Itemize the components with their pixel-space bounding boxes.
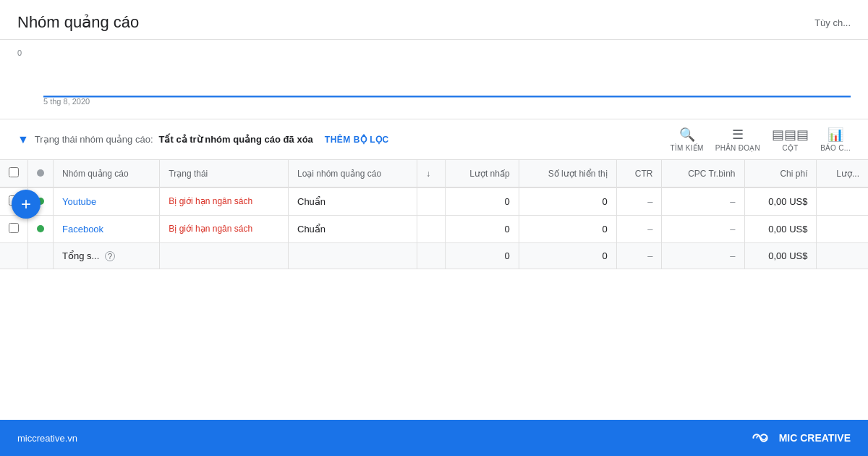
footer-impressions-cell: 0 bbox=[519, 243, 616, 269]
row2-checkbox[interactable] bbox=[9, 223, 19, 233]
filter-label: Trạng thái nhóm quảng cáo: bbox=[35, 134, 153, 145]
row2-cpc-cell: – bbox=[662, 216, 744, 243]
row2-name-cell: Facebook bbox=[54, 216, 160, 243]
segment-label: PHÂN ĐOẠN bbox=[715, 144, 760, 152]
footer-help-icon[interactable]: ? bbox=[105, 251, 115, 261]
row2-status-cell: Bị giới hạn ngân sách bbox=[160, 216, 289, 243]
table-header: Nhóm quảng cáo Trạng thái Loại nhóm quản… bbox=[0, 160, 868, 187]
search-label: TÌM KIẾM bbox=[670, 144, 703, 152]
table-row: Youtube Bị giới hạn ngân sách Chuẩn 0 0 … bbox=[0, 187, 868, 216]
search-icon: 🔍 bbox=[679, 127, 695, 143]
footer-ctr: – bbox=[647, 250, 652, 261]
row1-type-cell: Chuẩn bbox=[289, 187, 417, 216]
footer-label: Tổng s... bbox=[62, 250, 99, 261]
row1-impressions-cell: 0 bbox=[519, 187, 616, 216]
fab-add-button[interactable]: + bbox=[12, 190, 41, 219]
footer-dot-cell bbox=[28, 243, 54, 269]
footer-luc-cell bbox=[817, 243, 868, 269]
footer-type-cell bbox=[289, 243, 417, 269]
row1-cost-cell: 0,00 US$ bbox=[744, 187, 817, 216]
footer-brand-name: MIC CREATIVE bbox=[779, 432, 851, 444]
col-status: Trạng thái bbox=[160, 160, 289, 187]
col-checkbox[interactable] bbox=[0, 160, 28, 187]
footer-clicks-cell: 0 bbox=[446, 243, 519, 269]
row2-type-text: Chuẩn bbox=[297, 224, 326, 235]
row1-cpc-cell: – bbox=[662, 187, 744, 216]
footer-status-cell bbox=[160, 243, 289, 269]
select-all-checkbox[interactable] bbox=[9, 167, 19, 177]
row1-type-text: Chuẩn bbox=[297, 196, 326, 207]
table-footer-row: Tổng s... ? 0 0 – – 0,00 US$ bbox=[0, 243, 868, 269]
row1-cost: 0,00 US$ bbox=[768, 196, 807, 207]
filter-icon[interactable]: ▼ bbox=[17, 133, 29, 146]
col-impressions: Số lượt hiển thị bbox=[519, 160, 616, 187]
row1-luc-cell bbox=[817, 187, 868, 216]
row2-dot-cell bbox=[28, 216, 54, 243]
page-title: Nhóm quảng cáo bbox=[17, 13, 139, 32]
footer-ctr-cell: – bbox=[616, 243, 662, 269]
columns-icon: ▤▤▤ bbox=[772, 127, 809, 143]
footer-label-cell: Tổng s... ? bbox=[54, 243, 160, 269]
chart-svg bbox=[43, 54, 851, 105]
row2-status-dot bbox=[37, 225, 44, 232]
row1-clicks: 0 bbox=[504, 196, 509, 207]
footer-cpc: – bbox=[730, 250, 735, 261]
row2-cost: 0,00 US$ bbox=[768, 224, 807, 235]
filter-bar: ▼ Trạng thái nhóm quảng cáo: Tất cả trừ … bbox=[0, 119, 868, 160]
row2-ctr-cell: – bbox=[616, 216, 662, 243]
mic-creative-logo-icon bbox=[749, 431, 772, 445]
row1-ctr-cell: – bbox=[616, 187, 662, 216]
report-icon: 📊 bbox=[827, 127, 843, 143]
row2-sort-cell bbox=[417, 216, 446, 243]
footer-website: miccreative.vn bbox=[17, 433, 77, 444]
page-footer: miccreative.vn MIC CREATIVE bbox=[0, 420, 868, 456]
chart-y-label: 0 bbox=[17, 48, 22, 57]
report-toolbar-item[interactable]: 📊 BÁO C... bbox=[820, 127, 851, 152]
header-dot-icon bbox=[37, 169, 44, 177]
col-luc: Lượ... bbox=[817, 160, 868, 187]
row1-ctr: – bbox=[647, 196, 652, 207]
footer-brand: MIC CREATIVE bbox=[749, 431, 851, 445]
segment-icon: ☰ bbox=[732, 127, 744, 143]
segment-toolbar-item[interactable]: ☰ PHÂN ĐOẠN bbox=[715, 127, 760, 152]
footer-cost: 0,00 US$ bbox=[768, 250, 807, 261]
row2-checkbox-cell[interactable] bbox=[0, 216, 28, 243]
row2-impressions: 0 bbox=[603, 224, 608, 235]
search-toolbar-item[interactable]: 🔍 TÌM KIẾM bbox=[670, 127, 703, 152]
columns-toolbar-item[interactable]: ▤▤▤ CỘT bbox=[772, 127, 809, 152]
page-header: Nhóm quảng cáo Tùy ch... bbox=[0, 0, 868, 40]
row1-status-cell: Bị giới hạn ngân sách bbox=[160, 187, 289, 216]
filter-value: Tất cả trừ nhóm quảng cáo đã xóa bbox=[159, 134, 313, 145]
add-filter-button[interactable]: THÊM BỘ LỌC bbox=[325, 135, 389, 145]
row1-cpc: – bbox=[730, 196, 735, 207]
ad-groups-table: Nhóm quảng cáo Trạng thái Loại nhóm quản… bbox=[0, 160, 868, 269]
footer-cost-cell: 0,00 US$ bbox=[744, 243, 817, 269]
footer-cb-cell bbox=[0, 243, 28, 269]
row2-clicks-cell: 0 bbox=[446, 216, 519, 243]
footer-clicks: 0 bbox=[504, 250, 509, 261]
col-sort[interactable]: ↓ bbox=[417, 160, 446, 187]
col-ctr: CTR bbox=[616, 160, 662, 187]
col-cpc: CPC Tr.bình bbox=[662, 160, 744, 187]
row2-status-text: Bị giới hạn ngân sách bbox=[169, 224, 252, 234]
row1-sort-cell bbox=[417, 187, 446, 216]
row2-name-link[interactable]: Facebook bbox=[62, 224, 103, 235]
filter-right: 🔍 TÌM KIẾM ☰ PHÂN ĐOẠN ▤▤▤ CỘT 📊 BÁO C..… bbox=[670, 127, 851, 152]
row2-type-cell: Chuẩn bbox=[289, 216, 417, 243]
footer-cpc-cell: – bbox=[662, 243, 744, 269]
table-container: Nhóm quảng cáo Trạng thái Loại nhóm quản… bbox=[0, 160, 868, 269]
row2-clicks: 0 bbox=[504, 224, 509, 235]
filter-left: ▼ Trạng thái nhóm quảng cáo: Tất cả trừ … bbox=[17, 133, 389, 146]
col-type: Loại nhóm quảng cáo bbox=[289, 160, 417, 187]
row1-status-text: Bị giới hạn ngân sách bbox=[169, 196, 252, 206]
col-dot bbox=[28, 160, 54, 187]
row2-cost-cell: 0,00 US$ bbox=[744, 216, 817, 243]
row1-name-link[interactable]: Youtube bbox=[62, 196, 96, 207]
table-header-row: Nhóm quảng cáo Trạng thái Loại nhóm quản… bbox=[0, 160, 868, 187]
tuy-chinh-label: Tùy ch... bbox=[814, 17, 851, 28]
columns-label: CỘT bbox=[783, 144, 799, 152]
footer-sort-cell bbox=[417, 243, 446, 269]
table-row: Facebook Bị giới hạn ngân sách Chuẩn 0 0… bbox=[0, 216, 868, 243]
row1-impressions: 0 bbox=[603, 196, 608, 207]
chart-x-label: 5 thg 8, 2020 bbox=[43, 97, 90, 106]
